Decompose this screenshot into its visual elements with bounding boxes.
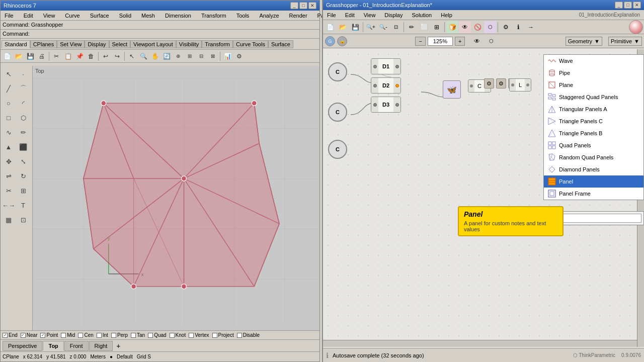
snap-knot[interactable]: Knot — [170, 332, 186, 338]
snap-knot-checkbox[interactable] — [170, 333, 175, 338]
menu-item-randomQuad[interactable]: Random Quad Panels — [544, 151, 643, 163]
node-cog1[interactable]: ⚙ — [484, 78, 494, 88]
point-tool[interactable]: · — [16, 67, 30, 81]
gh-new-icon[interactable]: 📄 — [324, 21, 336, 33]
gh-param-icon[interactable]: ⊞ — [431, 21, 443, 33]
extrude-tool[interactable]: ▲ — [2, 140, 16, 154]
gh-open-icon[interactable]: 📂 — [337, 21, 349, 33]
tab-display[interactable]: Display — [85, 40, 109, 48]
tab-standard[interactable]: Standard — [2, 40, 30, 48]
menu-file[interactable]: File — [3, 12, 16, 20]
loft-tool[interactable]: ⬛ — [16, 140, 30, 154]
gh-info-icon[interactable]: ℹ — [512, 21, 524, 33]
menu-surface[interactable]: Surface — [88, 12, 111, 20]
node-c3[interactable]: C — [328, 140, 347, 159]
gh-geom-btn[interactable]: G — [325, 36, 335, 46]
mirror-tool[interactable]: ⇌ — [2, 169, 16, 183]
snap-end[interactable]: End — [3, 332, 18, 338]
new-icon[interactable]: 📄 — [2, 51, 13, 62]
menu-item-triangleB[interactable]: Triangle Panels B — [544, 127, 643, 139]
detail-tool[interactable]: ⊡ — [16, 213, 30, 227]
properties-icon[interactable]: ⚙ — [233, 51, 245, 62]
menu-render[interactable]: Render — [287, 12, 309, 20]
trim-tool[interactable]: ✂ — [2, 184, 16, 198]
copy-icon[interactable]: 📋 — [62, 51, 73, 62]
cut-icon[interactable]: ✂ — [51, 51, 62, 62]
viewport-tab-right[interactable]: Right — [89, 341, 113, 351]
menu-item-triangleC[interactable]: Triangle Panels C — [544, 115, 643, 127]
snap-quad[interactable]: Quad — [148, 332, 166, 338]
snap-int[interactable]: Int — [97, 332, 108, 338]
snap-disable[interactable]: Disable — [237, 332, 260, 338]
move-tool[interactable]: ✥ — [2, 154, 16, 168]
viewport-tab-front[interactable]: Front — [64, 341, 89, 351]
zoom-ext-icon[interactable]: ⊕ — [173, 51, 184, 62]
tab-visibility[interactable]: Visibility — [176, 40, 202, 48]
zoom-all-icon[interactable]: ⊠ — [207, 51, 218, 62]
gh-zoomall-icon[interactable]: ⊡ — [390, 21, 402, 33]
snap-near[interactable]: Near — [21, 332, 38, 338]
menu-dimension[interactable]: Dimension — [163, 12, 193, 20]
gh-menu-solution[interactable]: Solution — [410, 11, 434, 19]
gh-wire-icon[interactable]: ⬡ — [484, 21, 496, 33]
gh-maximize-button[interactable]: □ — [624, 2, 632, 9]
split-tool[interactable]: ⊞ — [16, 184, 30, 198]
gh-menu-help[interactable]: Help — [439, 11, 454, 19]
snap-tan[interactable]: Tan — [131, 332, 145, 338]
tab-transform[interactable]: Transform — [202, 40, 233, 48]
node-d3[interactable]: D3 — [371, 97, 401, 113]
dim-tool[interactable]: ←→ — [2, 198, 16, 212]
rect-tool[interactable]: □ — [2, 111, 16, 125]
gh-menu-edit[interactable]: Edit — [343, 11, 357, 19]
gh-menu-display[interactable]: Display — [382, 11, 405, 19]
node-r[interactable]: 🦋 — [443, 80, 461, 99]
delete-icon[interactable]: 🗑 — [86, 51, 97, 62]
gh-group-icon[interactable]: ⬜ — [418, 21, 430, 33]
menu-item-panel[interactable]: Panel — [544, 175, 643, 188]
gh-zoomin-icon[interactable]: 🔍+ — [365, 21, 377, 33]
viewport-tab-top[interactable]: Top — [43, 341, 63, 351]
save-icon[interactable]: 💾 — [25, 51, 36, 62]
gh-save-icon[interactable]: 💾 — [349, 21, 361, 33]
open-icon[interactable]: 📂 — [13, 51, 24, 62]
viewport-tab-perspective[interactable]: Perspective — [3, 341, 42, 351]
circle-tool[interactable]: ○ — [2, 96, 16, 110]
snap-cen[interactable]: Cen — [78, 332, 93, 338]
menu-view[interactable]: View — [41, 12, 57, 20]
menu-item-plane[interactable]: Plane — [544, 79, 643, 91]
snap-cen-checkbox[interactable] — [78, 333, 83, 338]
gh-bake-icon[interactable]: 🍞 — [446, 21, 458, 33]
menu-tools[interactable]: Tools — [234, 12, 252, 20]
add-viewport-button[interactable]: + — [113, 341, 123, 351]
gh-menu-file[interactable]: File — [325, 11, 338, 19]
rotate-3d-tool[interactable]: ↻ — [16, 169, 30, 183]
freehand-tool[interactable]: ✏ — [16, 125, 30, 139]
preview-toggle-icon[interactable]: 👁 — [471, 35, 483, 47]
node-l[interactable]: L — [509, 78, 531, 92]
gh-settings-icon[interactable]: ⚙ — [500, 21, 512, 33]
menu-item-triangularA[interactable]: Triangular Panels A — [544, 103, 643, 115]
snap-project-checkbox[interactable] — [212, 333, 217, 338]
close-button[interactable]: ✕ — [308, 2, 316, 9]
scale-tool[interactable]: ⤡ — [16, 154, 30, 168]
node-d1[interactable]: D1 — [371, 58, 401, 74]
menu-edit[interactable]: Edit — [22, 12, 35, 20]
gh-window-controls[interactable]: _ □ ✕ — [615, 2, 641, 9]
gh-preview-on-icon[interactable]: 👁 — [459, 21, 471, 33]
zoom-plus-btn[interactable]: + — [455, 37, 465, 46]
zoom-minus-btn[interactable]: − — [415, 37, 425, 46]
node-cog2[interactable]: ⚙ — [496, 78, 506, 88]
tab-curve-tools[interactable]: Curve Tools — [233, 40, 268, 48]
select-icon[interactable]: ↖ — [126, 51, 137, 62]
text-tool[interactable]: T — [16, 198, 30, 212]
rotate-icon[interactable]: 🔄 — [161, 51, 172, 62]
rhino-window-controls[interactable]: _ □ ✕ — [290, 2, 316, 9]
curve-tool[interactable]: ∿ — [2, 125, 16, 139]
tab-select[interactable]: Select — [109, 40, 131, 48]
zoom-win-icon[interactable]: ⊟ — [196, 51, 207, 62]
zoom-sel-icon[interactable]: ⊞ — [184, 51, 195, 62]
gh-close-button[interactable]: ✕ — [633, 2, 641, 9]
geometry-dropdown[interactable]: Geometry ▼ — [566, 37, 602, 46]
layer-icon[interactable]: 📊 — [222, 51, 233, 62]
snap-point-checkbox[interactable] — [40, 333, 45, 338]
